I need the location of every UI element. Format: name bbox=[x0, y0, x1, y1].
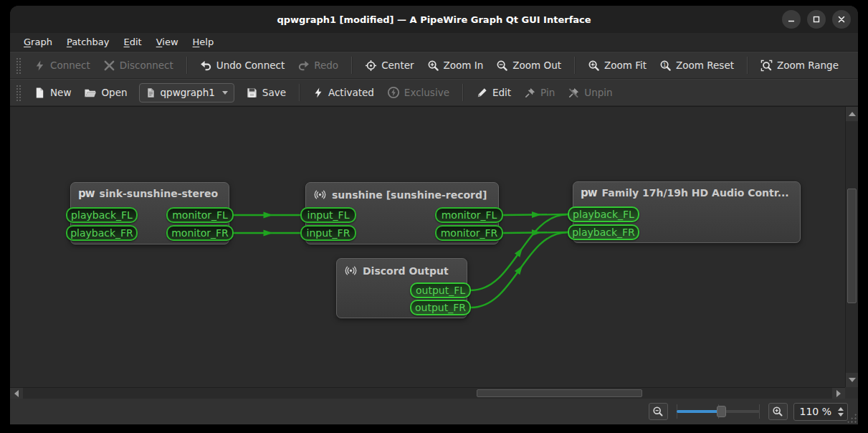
resize-grip[interactable] bbox=[846, 413, 857, 423]
window-title: qpwgraph1 [modified] — A PipeWire Graph … bbox=[277, 14, 591, 25]
port-sunshine-input_FR[interactable]: input_FR bbox=[300, 225, 356, 241]
zoom-reset-button[interactable]: 1 Zoom Reset bbox=[654, 55, 740, 76]
port-family-hd-audio-playback_FR[interactable]: playback_FR bbox=[568, 224, 639, 240]
scroll-right-button[interactable] bbox=[832, 388, 845, 399]
patchbay-toolbar: New Open qpwgraph1 Save Activated Exclus… bbox=[10, 79, 858, 106]
menu-patchbay[interactable]: Patchbay bbox=[60, 34, 116, 49]
horizontal-scrollbar-thumb[interactable] bbox=[477, 389, 642, 397]
disconnect-icon bbox=[103, 60, 115, 72]
toolbar-separator bbox=[747, 57, 748, 74]
scrollbar-corner bbox=[845, 387, 858, 399]
port-discord-output-output_FR[interactable]: output_FR bbox=[410, 300, 471, 315]
center-button[interactable]: Center bbox=[359, 55, 419, 76]
svg-text:1: 1 bbox=[663, 61, 667, 67]
exclusive-button[interactable]: Exclusive bbox=[381, 82, 455, 103]
zoom-out-icon bbox=[496, 60, 508, 72]
minimize-button[interactable] bbox=[782, 10, 801, 29]
edit-button[interactable]: Edit bbox=[470, 82, 517, 103]
undo-connect-button[interactable]: Undo Connect bbox=[194, 55, 290, 76]
zoom-percent-value: 110 % bbox=[800, 406, 831, 417]
app-window: qpwgraph1 [modified] — A PipeWire Graph … bbox=[10, 6, 858, 424]
port-sink-sunshine-stereo-monitor_FR[interactable]: monitor_FR bbox=[166, 225, 234, 241]
wires-svg bbox=[10, 107, 845, 387]
maximize-icon bbox=[812, 15, 821, 24]
graph-canvas[interactable]: pwsink-sunshine-stereoplayback_FLplaybac… bbox=[10, 107, 845, 387]
port-sunshine-monitor_FR[interactable]: monitor_FR bbox=[435, 225, 503, 241]
zoom-in-button[interactable]: Zoom In bbox=[421, 55, 490, 76]
port-sunshine-input_FL[interactable]: input_FL bbox=[300, 207, 356, 223]
menu-graph[interactable]: Graph bbox=[17, 34, 59, 49]
redo-icon bbox=[297, 60, 310, 72]
vertical-scrollbar[interactable] bbox=[845, 107, 858, 387]
scroll-down-button[interactable] bbox=[846, 373, 858, 387]
zoom-range-icon bbox=[760, 60, 773, 72]
minimize-icon bbox=[787, 15, 796, 24]
zoom-range-button[interactable]: Zoom Range bbox=[755, 55, 844, 76]
save-icon bbox=[246, 87, 258, 99]
port-discord-output-output_FL[interactable]: output_FL bbox=[410, 282, 471, 298]
zoom-percent-spinbox[interactable]: 110 % bbox=[793, 403, 848, 421]
activated-icon bbox=[313, 87, 324, 99]
port-sunshine-monitor_FL[interactable]: monitor_FL bbox=[435, 207, 503, 223]
pin-button[interactable]: Pin bbox=[518, 82, 561, 103]
wire-arrow-icon bbox=[264, 230, 273, 237]
statusbar-zoom-out-button[interactable] bbox=[649, 403, 668, 420]
arrow-down-icon bbox=[849, 378, 856, 382]
maximize-button[interactable] bbox=[807, 10, 826, 29]
zoom-slider-handle[interactable] bbox=[717, 406, 726, 417]
patchbay-profile-value: qpwgraph1 bbox=[161, 87, 215, 98]
menu-view[interactable]: View bbox=[150, 34, 185, 49]
menu-edit[interactable]: Edit bbox=[118, 34, 148, 49]
port-sink-sunshine-stereo-monitor_FL[interactable]: monitor_FL bbox=[166, 207, 234, 223]
scroll-left-button[interactable] bbox=[10, 388, 23, 399]
vertical-scrollbar-thumb[interactable] bbox=[847, 189, 857, 303]
connect-icon bbox=[34, 60, 46, 72]
zoom-out-button[interactable]: Zoom Out bbox=[490, 55, 567, 76]
unpin-icon bbox=[568, 87, 580, 99]
toolbar-drag-handle[interactable] bbox=[16, 57, 21, 74]
port-sink-sunshine-stereo-playback_FR[interactable]: playback_FR bbox=[66, 225, 138, 241]
zoom-out-icon bbox=[652, 406, 664, 417]
window-controls bbox=[782, 6, 851, 33]
exclusive-icon bbox=[387, 86, 400, 99]
title-bar[interactable]: qpwgraph1 [modified] — A PipeWire Graph … bbox=[10, 6, 858, 33]
horizontal-scrollbar[interactable] bbox=[10, 387, 845, 399]
arrow-right-icon bbox=[836, 390, 841, 397]
menu-bar: Graph Patchbay Edit View Help bbox=[10, 33, 858, 52]
open-button[interactable]: Open bbox=[78, 82, 133, 103]
close-button[interactable] bbox=[832, 10, 851, 29]
wire-arrow-icon bbox=[264, 212, 273, 219]
zoom-slider[interactable] bbox=[677, 403, 760, 420]
toolbar-drag-handle[interactable] bbox=[16, 84, 21, 101]
disconnect-button[interactable]: Disconnect bbox=[97, 55, 179, 76]
zoom-fit-button[interactable]: Zoom Fit bbox=[582, 55, 652, 76]
undo-icon bbox=[200, 60, 212, 72]
toolbar-separator bbox=[574, 57, 575, 74]
toolbar-separator bbox=[462, 84, 463, 101]
open-folder-icon bbox=[84, 87, 97, 99]
port-family-hd-audio-playback_FL[interactable]: playback_FL bbox=[568, 206, 639, 222]
toolbar-separator bbox=[186, 57, 187, 74]
zoom-fit-icon bbox=[588, 60, 600, 72]
activated-button[interactable]: Activated bbox=[307, 82, 380, 103]
zoom-slider-fill bbox=[677, 410, 722, 413]
statusbar-zoom-in-button[interactable] bbox=[768, 403, 788, 420]
redo-button[interactable]: Redo bbox=[292, 55, 344, 76]
port-sink-sunshine-stereo-playback_FL[interactable]: playback_FL bbox=[66, 207, 138, 223]
arrow-left-icon bbox=[14, 390, 19, 397]
save-button[interactable]: Save bbox=[240, 82, 292, 103]
toolbar-separator bbox=[351, 57, 352, 74]
center-icon bbox=[365, 60, 377, 72]
arrow-up-icon bbox=[849, 112, 856, 116]
spinbox-arrows[interactable] bbox=[836, 407, 846, 417]
patchbay-profile-select[interactable]: qpwgraph1 bbox=[139, 83, 234, 103]
edit-pencil-icon bbox=[476, 87, 488, 99]
connect-button[interactable]: Connect bbox=[28, 55, 96, 76]
scroll-up-button[interactable] bbox=[846, 107, 858, 121]
toolbar-separator bbox=[299, 84, 300, 101]
menu-help[interactable]: Help bbox=[186, 34, 221, 49]
unpin-button[interactable]: Unpin bbox=[562, 82, 618, 103]
spin-up-icon bbox=[838, 407, 844, 411]
zoom-in-icon bbox=[772, 406, 783, 417]
new-button[interactable]: New bbox=[28, 82, 77, 103]
